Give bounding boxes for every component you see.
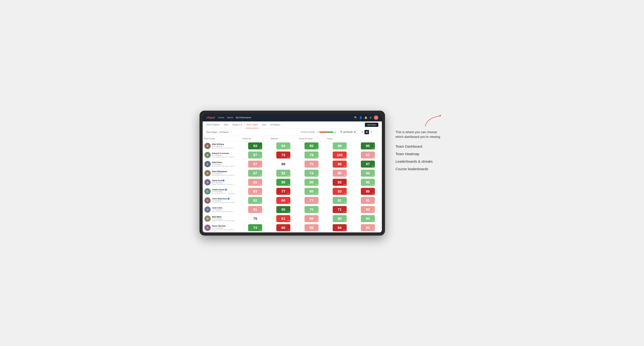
score-value: 75 (253, 217, 257, 220)
player-cell: CChris Robertson✓1-5 HandicapCraigmillar… (203, 196, 241, 205)
score-delta: 11▼ (343, 211, 346, 212)
score-value: 80 (310, 180, 314, 184)
last-rounds-label: Last Rounds: (343, 131, 353, 133)
tab-hcaps[interactable]: Hcaps 1-5 (232, 121, 242, 128)
score-delta: 1▲ (372, 174, 374, 176)
player-info: David Ford✓Plus HandicapRoyal North Devo… (212, 179, 236, 185)
player-cell: EElliot Ebert1-5 HandicapSunningdale Gol… (203, 160, 241, 169)
table-row[interactable]: JJosh Coles1-5 HandicapRoyal North Devon… (203, 205, 382, 214)
table-row[interactable]: DDave Billingham1-5 HandicapGog Magog Go… (203, 169, 382, 178)
score-delta: 2▲ (316, 211, 318, 212)
table-row[interactable]: AAaron Nicholls11-15 HandicapDrift Golf … (203, 223, 382, 232)
score-delta: 8▲ (288, 211, 290, 212)
annotation-item-4: Course leaderboards (396, 167, 444, 171)
add-team-button[interactable]: Add Team (365, 123, 378, 127)
table-row[interactable]: DDavid Ford✓Plus HandicapRoyal North Dev… (203, 178, 382, 187)
edit-icon[interactable]: ✏ (230, 131, 232, 133)
player-handicap: 6-10 Handicap (212, 191, 236, 192)
player-cell: EEdward Crossman1-5 HandicapSunningdale … (203, 151, 241, 160)
annotation-item-1: Team Dashboard (396, 145, 444, 149)
score-cell: 7311▼ (269, 151, 298, 160)
score-value: 75 (310, 162, 314, 166)
annotation-panel: This is where you can choose which dashb… (396, 111, 444, 171)
score-badge: 748▲ (248, 224, 262, 231)
th-around-green: Around the Green → (298, 137, 326, 140)
score-badge: 892▼ (361, 206, 375, 213)
score-value: 87 (253, 162, 257, 166)
tab-pga[interactable]: PGA (224, 121, 228, 128)
annotation-intro-text: This is where you can choose which dashb… (396, 130, 444, 139)
score-delta: 3▼ (259, 211, 262, 212)
avatar[interactable]: U (374, 115, 378, 120)
table-row[interactable]: EEdward Crossman1-5 HandicapSunningdale … (203, 151, 382, 160)
score-badge: 814▲ (333, 197, 347, 204)
table-row[interactable]: MMatt Miller6-10 HandicapWoburn Golf Clu… (203, 214, 382, 223)
last-rounds-button[interactable]: 📅 Last Rounds: 20 (338, 130, 358, 134)
avatar: M (204, 215, 211, 222)
score-delta: 6▼ (344, 193, 346, 194)
score-value: 89 (282, 180, 285, 184)
score-value: 74 (310, 172, 314, 175)
player-club: Drift Golf Club, United Kingdom (212, 229, 234, 231)
settings-icon[interactable]: ⚙ (370, 116, 372, 119)
score-delta: 3▼ (316, 202, 318, 203)
table-row[interactable]: BBlair McHargPlus HandicapRoyal North De… (203, 142, 382, 151)
score-badge: 871▲ (248, 152, 262, 159)
last-rounds-value: 20 (354, 131, 356, 133)
score-cell: 799▲ (298, 151, 326, 160)
score-delta: 3▼ (316, 166, 318, 167)
score-value: 92 (366, 153, 370, 157)
data-table: Player Quality ↓ Off the Tee → Approach … (203, 136, 382, 232)
tab-team-clippd[interactable]: Team Clippd (246, 121, 258, 128)
score-badge: 853▼ (248, 179, 262, 186)
score-delta: 1▲ (316, 193, 318, 194)
tab-all-players[interactable]: All Players (270, 121, 281, 128)
table-row[interactable]: EElliot Ebert1-5 HandicapSunningdale Gol… (203, 160, 382, 169)
score-value: 61 (282, 217, 285, 220)
tab-tour[interactable]: Tour (262, 121, 266, 128)
score-badge: 88 (276, 161, 290, 168)
score-value: 94 (366, 217, 370, 220)
score-delta: 3▼ (344, 174, 346, 176)
bell-icon[interactable]: 🔔 (364, 116, 367, 119)
score-value: 83 (338, 180, 342, 184)
view-heatmap-button[interactable]: ▦ (364, 130, 369, 134)
score-value: 85 (366, 226, 370, 229)
person-icon[interactable]: 👤 (359, 116, 362, 119)
score-badge: 874▲ (248, 170, 262, 177)
nav-link-performance[interactable]: My Performance (236, 116, 251, 120)
search-icon[interactable]: 🔍 (354, 116, 357, 119)
view-grid-button[interactable]: ⊞ (360, 130, 364, 134)
score-delta: 8▼ (372, 193, 374, 194)
player-club: Royal North Devon Golf Club, United King… (212, 147, 236, 149)
view-export-button[interactable]: ↑ (374, 130, 378, 134)
score-value: 80 (310, 190, 314, 193)
player-name: Charlie Quick (212, 188, 224, 191)
score-cell: 874▲ (241, 169, 269, 178)
th-putting: Putting → (326, 137, 354, 140)
score-badge: 836▼ (333, 188, 347, 195)
nav-logo[interactable]: clippd (206, 116, 215, 119)
player-club: Sunningdale Golf Club, United Kingdom (212, 165, 236, 167)
view-list-button[interactable]: ☰ (369, 130, 374, 134)
table-row[interactable]: CCharlie Quick✓6-10 HandicapSt. George's… (203, 187, 382, 196)
score-badge: 939▲ (248, 142, 262, 149)
nav-link-teams[interactable]: Teams (227, 116, 233, 120)
score-cell: 963▲ (354, 178, 382, 187)
score-value: 71 (338, 208, 342, 211)
score-value: 89 (366, 208, 370, 211)
round-change-label: 20 Round Change (301, 131, 315, 133)
table-row[interactable]: CChris Robertson✓1-5 HandicapCraigmillar… (203, 196, 382, 205)
tab-pgat[interactable]: PGAT Players (206, 121, 220, 128)
score-cell: 959▲ (354, 142, 382, 151)
score-value: 85 (253, 180, 257, 184)
score-cell: 882▼ (326, 214, 354, 223)
score-delta: 4▲ (316, 220, 318, 222)
score-delta: 9▲ (259, 147, 262, 149)
player-info: Aaron Nicholls11-15 HandicapDrift Golf C… (212, 225, 234, 231)
nav-link-home[interactable]: Home (218, 116, 224, 120)
annotation-item-3: Leaderboards & streaks (396, 160, 444, 164)
score-badge: 613▼ (276, 215, 290, 222)
player-handicap: 1-5 Handicap (212, 164, 236, 165)
score-cell: 753▼ (298, 160, 326, 169)
